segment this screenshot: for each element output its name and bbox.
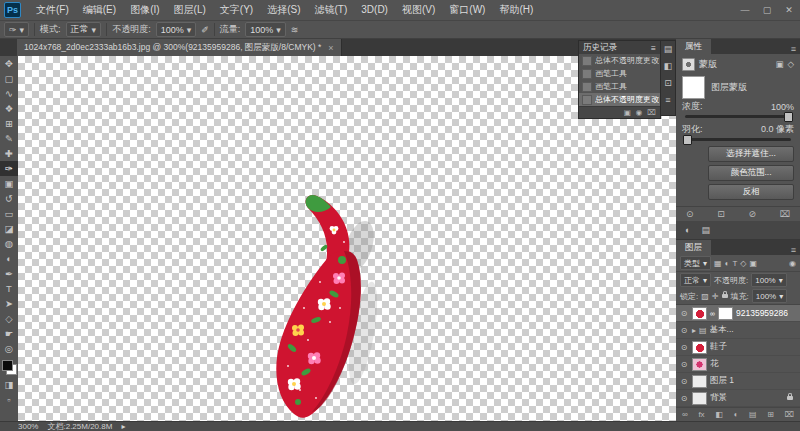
status-caret-icon[interactable]: ▸ bbox=[121, 422, 125, 431]
filter-smart-objects-icon[interactable]: ▣ bbox=[749, 259, 757, 268]
pen-tool[interactable]: ✒ bbox=[0, 266, 18, 281]
panel-menu-icon[interactable]: ≡ bbox=[787, 245, 800, 255]
lock-position-icon[interactable]: ✛ bbox=[712, 292, 719, 301]
minimize-button[interactable]: — bbox=[734, 5, 756, 15]
layer-row[interactable]: ⊙ 花 bbox=[676, 356, 800, 373]
panel-menu-icon[interactable]: ≡ bbox=[651, 43, 656, 53]
color-range-button[interactable]: 颜色范围... bbox=[708, 165, 794, 181]
new-layer-icon[interactable]: ⊞ bbox=[767, 410, 774, 419]
apply-mask-icon[interactable]: ⊡ bbox=[717, 209, 725, 219]
history-brush-tool[interactable]: ↺ bbox=[0, 191, 18, 206]
shape-tool[interactable]: ◇ bbox=[0, 311, 18, 326]
fill-dropdown[interactable]: 100% ▾ bbox=[752, 289, 787, 303]
menu-edit[interactable]: 编辑(E) bbox=[76, 0, 123, 20]
feather-slider[interactable] bbox=[685, 138, 791, 141]
panel-strip-icon-1[interactable]: ▤ bbox=[664, 44, 673, 54]
feather-value[interactable]: 0.0 像素 bbox=[761, 123, 794, 136]
layer-thumbnail[interactable] bbox=[692, 392, 707, 405]
lasso-tool[interactable]: ∿ bbox=[0, 86, 18, 101]
eyedropper-tool[interactable]: ✎ bbox=[0, 131, 18, 146]
density-slider-knob[interactable] bbox=[784, 112, 793, 122]
healing-brush-tool[interactable]: ✚ bbox=[0, 146, 18, 161]
menu-window[interactable]: 窗口(W) bbox=[442, 0, 492, 20]
visibility-eye-icon[interactable]: ⊙ bbox=[679, 394, 689, 403]
close-button[interactable]: ✕ bbox=[778, 5, 800, 15]
clone-stamp-tool[interactable]: ▣ bbox=[0, 176, 18, 191]
zoom-level-field[interactable]: 300% bbox=[18, 422, 38, 431]
invert-button[interactable]: 反相 bbox=[708, 184, 794, 200]
path-selection-tool[interactable]: ➤ bbox=[0, 296, 18, 311]
crop-tool[interactable]: ⊞ bbox=[0, 116, 18, 131]
disable-mask-icon[interactable]: ⊘ bbox=[748, 209, 756, 219]
expand-arrow-icon[interactable]: ▸ bbox=[692, 326, 696, 335]
visibility-eye-icon[interactable]: ⊙ bbox=[679, 326, 689, 335]
screen-mode-button[interactable]: ▫ bbox=[0, 392, 18, 407]
panel-strip-icon-4[interactable]: ≡ bbox=[665, 95, 670, 105]
link-layers-icon[interactable]: ∞ bbox=[682, 410, 688, 419]
visibility-eye-icon[interactable]: ⊙ bbox=[679, 343, 689, 352]
visibility-eye-icon[interactable]: ⊙ bbox=[679, 309, 689, 318]
menu-select[interactable]: 选择(S) bbox=[260, 0, 307, 20]
maximize-button[interactable]: ▢ bbox=[756, 5, 778, 15]
layer-mask-thumbnail[interactable] bbox=[718, 307, 733, 320]
zoom-tool[interactable]: ◎ bbox=[0, 341, 18, 356]
add-mask-icon[interactable]: ◧ bbox=[715, 410, 723, 419]
foreground-color-swatch[interactable] bbox=[2, 360, 13, 371]
select-and-mask-button[interactable]: 选择并遮住... bbox=[708, 146, 794, 162]
flow-dropdown[interactable]: 100% ▾ bbox=[245, 22, 286, 37]
menu-type[interactable]: 文字(Y) bbox=[213, 0, 260, 20]
type-tool[interactable]: T bbox=[0, 281, 18, 296]
gradient-tool[interactable]: ◪ bbox=[0, 221, 18, 236]
lock-transparent-icon[interactable]: ▨ bbox=[701, 292, 709, 301]
new-group-icon[interactable]: ▤ bbox=[749, 410, 757, 419]
layer-thumbnail[interactable] bbox=[692, 307, 707, 320]
mode-dropdown[interactable]: 正常 ▾ bbox=[66, 22, 102, 37]
history-state[interactable]: 总体不透明度更改 bbox=[579, 54, 660, 67]
menu-layer[interactable]: 图层(L) bbox=[167, 0, 213, 20]
history-state-selected[interactable]: 总体不透明度更改 bbox=[579, 93, 660, 106]
panel-strip-icon-2[interactable]: ◧ bbox=[664, 61, 673, 71]
filter-shape-layers-icon[interactable]: ◇ bbox=[740, 259, 746, 268]
adjustments-panel-icon[interactable]: ◐ bbox=[685, 225, 690, 235]
vector-mask-icon[interactable]: ◇ bbox=[787, 59, 794, 69]
mask-thumbnail[interactable] bbox=[682, 76, 705, 99]
new-doc-from-state-icon[interactable]: ▣ bbox=[624, 108, 631, 117]
filter-toggle-icon[interactable]: ◉ bbox=[789, 259, 796, 268]
menu-filter[interactable]: 滤镜(T) bbox=[308, 0, 355, 20]
blend-mode-dropdown[interactable]: 正常 ▾ bbox=[680, 273, 711, 287]
visibility-eye-icon[interactable]: ⊙ bbox=[679, 377, 689, 386]
delete-layer-icon[interactable]: ⌧ bbox=[785, 410, 794, 419]
panel-menu-icon[interactable]: ≡ bbox=[787, 44, 800, 54]
layer-thumbnail[interactable] bbox=[692, 358, 707, 371]
visibility-eye-icon[interactable]: ⊙ bbox=[679, 360, 689, 369]
delete-state-icon[interactable]: ⌧ bbox=[647, 108, 656, 117]
styles-panel-icon[interactable]: ▤ bbox=[701, 225, 710, 235]
dodge-tool[interactable]: ◐ bbox=[0, 251, 18, 266]
mask-link-icon[interactable]: ∞ bbox=[710, 310, 715, 317]
load-selection-from-mask-icon[interactable]: ⊙ bbox=[686, 209, 694, 219]
eraser-tool[interactable]: ▭ bbox=[0, 206, 18, 221]
brush-preset-picker[interactable]: ✑ ▾ bbox=[4, 22, 29, 37]
opacity-dropdown[interactable]: 100% ▾ bbox=[156, 22, 197, 37]
document-tab[interactable]: 1024x768_2d0ec2333ab16b3.jpg @ 300%(9213… bbox=[17, 39, 342, 56]
layer-filter-dropdown[interactable]: 类型 ▾ bbox=[680, 256, 711, 270]
history-state[interactable]: 画笔工具 bbox=[579, 80, 660, 93]
layer-opacity-dropdown[interactable]: 100% ▾ bbox=[751, 273, 786, 287]
menu-view[interactable]: 视图(V) bbox=[395, 0, 442, 20]
pen-pressure-opacity-icon[interactable]: ✐ bbox=[201, 25, 209, 35]
layer-style-icon[interactable]: fx bbox=[698, 410, 704, 419]
tab-layers[interactable]: 图层 bbox=[676, 240, 711, 255]
density-value[interactable]: 100% bbox=[771, 102, 794, 112]
layer-row-selected[interactable]: ⊙ ∞ 92135959286 bbox=[676, 305, 800, 322]
tab-properties[interactable]: 属性 bbox=[676, 39, 711, 54]
close-tab-icon[interactable]: × bbox=[328, 43, 333, 53]
density-slider[interactable] bbox=[685, 115, 791, 118]
history-state[interactable]: 画笔工具 bbox=[579, 67, 660, 80]
brush-tool[interactable]: ✑ bbox=[0, 161, 18, 176]
layer-group-row[interactable]: ⊙ ▸ ▤ 基本... bbox=[676, 322, 800, 339]
menu-help[interactable]: 帮助(H) bbox=[492, 0, 540, 20]
layer-row[interactable]: ⊙ 鞋子 bbox=[676, 339, 800, 356]
blur-tool[interactable]: ◍ bbox=[0, 236, 18, 251]
menu-image[interactable]: 图像(I) bbox=[123, 0, 166, 20]
filter-type-layers-icon[interactable]: T bbox=[732, 259, 737, 268]
